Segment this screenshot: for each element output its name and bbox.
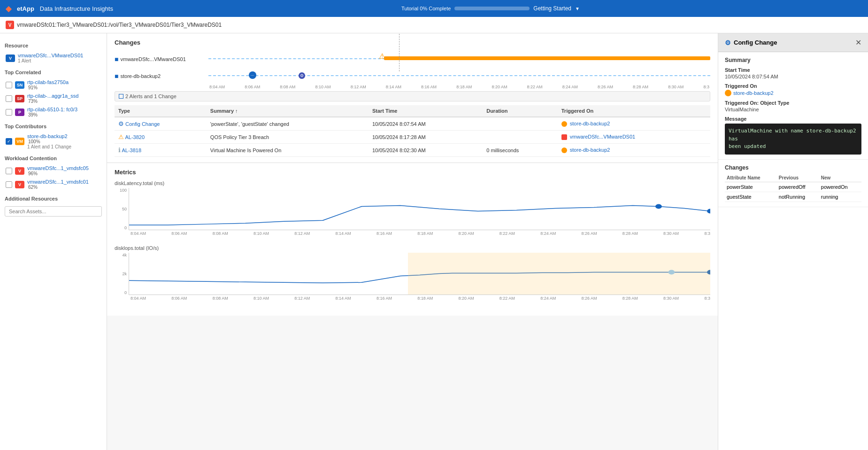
correlated-cb-2[interactable] <box>6 109 12 116</box>
triggered-on-row: store-db-backup2 <box>725 90 861 96</box>
workload-item-1[interactable]: V vmwareDSfc...1_vmdsfc01 62% <box>5 178 102 191</box>
xl-9: 8:22 AM <box>499 231 515 236</box>
correlated-cb-0[interactable] <box>6 82 12 88</box>
correlated-badge-1: SP <box>15 95 24 102</box>
row-duration-0 <box>483 117 558 131</box>
triggered-link-2[interactable]: store-db-backup2 <box>570 147 610 153</box>
changes-header-row: Attribute Name Previous New <box>725 174 861 182</box>
row-type-0: ⚙ Config Change <box>115 117 207 131</box>
xl-10: 8:24 AM <box>540 231 556 236</box>
xl2-4: 8:12 AM <box>294 296 310 301</box>
triggered-link-1[interactable]: vmwareDSfc...VMwareDS01 <box>570 134 635 140</box>
correlated-pct-1: 73% <box>28 99 78 104</box>
correlated-cb-1[interactable] <box>6 95 12 102</box>
type-link-1[interactable]: AL-3820 <box>125 134 145 140</box>
table-row: ℹ AL-3818 Virtual Machine Is Powered On … <box>115 144 710 157</box>
brand-title: Data Infrastructure Insights <box>40 5 113 12</box>
time-label-9: 8:22 AM <box>527 85 543 89</box>
disk-iops-title: disklops.total (IO/s) <box>115 245 710 251</box>
resource-item[interactable]: V vmwareDSfc...VMwareDS01 1 Alert <box>5 51 102 65</box>
workload-cb-0[interactable] <box>6 168 12 174</box>
getting-started-chevron[interactable]: ▼ <box>575 6 580 11</box>
type-link-0[interactable]: Config Change <box>125 121 160 127</box>
row-type-1: ⚠ AL-3820 <box>115 131 207 144</box>
row-triggered-1: vmwareDSfc...VMwareDS01 <box>558 131 710 144</box>
col-duration[interactable]: Duration <box>483 105 558 117</box>
xl2-3: 8:10 AM <box>253 296 269 301</box>
correlated-pct-0: 91% <box>28 85 69 90</box>
highlight-region-1 <box>408 253 710 295</box>
dot-820 <box>655 204 662 209</box>
time-label-10: 8:24 AM <box>562 85 578 89</box>
triggered-on-value[interactable]: store-db-backup2 <box>733 90 774 96</box>
triggered-badge-1 <box>561 134 567 140</box>
row-duration-2: 0 milliseconds <box>483 144 558 157</box>
orange-bar-0 <box>384 56 710 60</box>
row-triggered-0: store-db-backup2 <box>558 117 710 131</box>
y-min-1: 0 <box>124 290 127 295</box>
workload-contention-title: Workload Contention <box>5 155 102 161</box>
close-panel-button[interactable]: ✕ <box>855 38 861 47</box>
table-header-row: Type Summary ↑ Start Time Duration Trigg… <box>115 105 710 117</box>
bubble-icon-1: ⚙ <box>299 72 305 79</box>
type-link-2[interactable]: AL-3818 <box>122 147 141 153</box>
panel-changes-title: Changes <box>725 164 861 171</box>
col-start-time[interactable]: Start Time <box>369 105 483 117</box>
object-type-value: VirtualMachine <box>725 107 861 112</box>
time-label-8: 8:20 AM <box>492 85 507 89</box>
timeline-label-text-0: vmwareDSfc...VMwareDS01 <box>120 56 185 62</box>
workload-cb-1[interactable] <box>6 181 12 188</box>
col-summary[interactable]: Summary ↑ <box>207 105 369 117</box>
contributor-label-0: store-db-backup2 <box>27 133 71 139</box>
search-assets-input[interactable] <box>5 206 102 217</box>
y-mid-1: 2k <box>122 272 127 276</box>
prev-0: poweredOff <box>777 182 819 192</box>
correlated-label-2: rtp-cilab-6510-1: fc0/3 <box>27 107 77 112</box>
alert-count-bar: 2 Alerts and 1 Change <box>115 91 710 101</box>
top-navigation: ◆ etApp Data Infrastructure Insights Tut… <box>0 0 868 17</box>
time-label-3: 8:10 AM <box>315 85 331 89</box>
alert-count-text: 2 Alerts and 1 Change <box>125 93 177 99</box>
right-panel: ⚙ Config Change ✕ Summary Start Time 10/… <box>718 33 868 450</box>
timeline-square-1: ■ <box>115 72 118 80</box>
disk-latency-chart: diskLatency.total (ms) 100 50 0 <box>115 180 710 236</box>
workload-item-0[interactable]: V vmwareDSfc...1_vmdsfc05 96% <box>5 164 102 178</box>
workload-label-1: vmwareDSfc...1_vmdsfc01 <box>27 179 89 185</box>
col-type[interactable]: Type <box>115 105 207 117</box>
triggered-link-0[interactable]: store-db-backup2 <box>570 121 610 126</box>
correlated-item-1[interactable]: SP rtp-cilab-...aggr1a_ssd 73% <box>5 92 102 105</box>
panel-summary-title: Summary <box>725 57 861 63</box>
row-duration-1 <box>483 131 558 144</box>
time-label-0: 8:04 AM <box>209 85 225 89</box>
breadcrumb: V vmwareDSfc01:Tier3_VMwareDS01:/vol/Tie… <box>0 17 868 33</box>
row-start-1: 10/05/2024 8:17:28 AM <box>369 131 483 144</box>
center-content: Changes ■ vmwareDSfc...VMwareDS01 ⚠ <box>107 33 718 450</box>
message-label: Message <box>725 116 861 122</box>
start-time-value: 10/05/2024 8:07:54 AM <box>725 74 861 79</box>
timeline-row-1: ■ store-db-backup2 ··· ⚙ <box>115 68 710 85</box>
alert-icon-1: ⚠ <box>118 133 124 140</box>
contributor-sub-0: 1 Alert and 1 Change <box>27 144 71 149</box>
y-max-1: 4k <box>122 253 127 257</box>
correlated-label-1: rtp-cilab-...aggr1a_ssd <box>27 93 78 99</box>
dot-end <box>707 209 710 214</box>
correlated-item-2[interactable]: P rtp-cilab-6510-1: fc0/3 39% <box>5 105 102 119</box>
contributor-cb-0[interactable] <box>6 138 12 145</box>
row-start-0: 10/05/2024 8:07:54 AM <box>369 117 483 131</box>
row-start-2: 10/05/2024 8:02:30 AM <box>369 144 483 157</box>
getting-started-button[interactable]: Getting Started <box>533 5 571 12</box>
resource-name: vmwareDSfc...VMwareDS01 <box>18 53 83 58</box>
xl-6: 8:16 AM <box>376 231 392 236</box>
col-triggered[interactable]: Triggered On <box>558 105 710 117</box>
info-icon-2: ℹ <box>118 147 121 154</box>
y-axis-0: 100 50 0 <box>115 188 129 230</box>
xl-11: 8:26 AM <box>581 231 597 236</box>
contributor-badge-0: VM <box>15 138 24 145</box>
brand-logo: ◆ <box>6 4 11 13</box>
new-0: poweredOn <box>819 182 861 192</box>
contributor-item-0[interactable]: VM store-db-backup2 100% 1 Alert and 1 C… <box>5 132 102 151</box>
workload-pct-0: 96% <box>28 171 89 176</box>
correlated-item-0[interactable]: SN rtp-cilab-fas2750a 91% <box>5 78 102 92</box>
ch-new: New <box>819 174 861 182</box>
timeline-label-text-1: store-db-backup2 <box>120 73 161 79</box>
